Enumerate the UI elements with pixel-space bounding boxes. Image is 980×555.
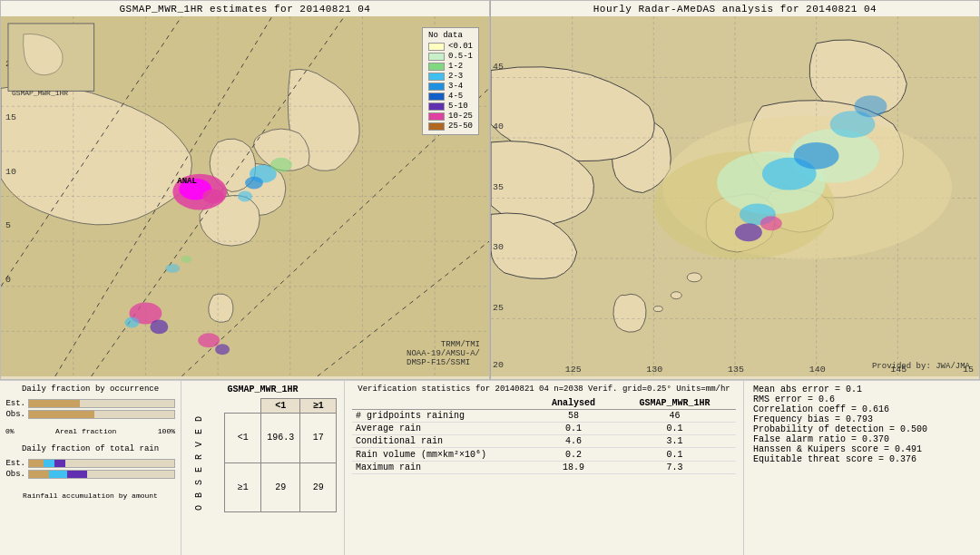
metric-line-4: Probability of detection = 0.500: [753, 424, 971, 434]
svg-point-63: [735, 223, 762, 241]
obs-bar-fill-1: [29, 411, 94, 418]
matrix-header-lt1: <1: [261, 399, 300, 414]
matrix-section: GSMAP_MWR_1HR <1 ≥1 O B S E R V E D: [181, 381, 345, 555]
metrics-section: Mean abs error = 0.1RMS error = 0.6Corre…: [744, 381, 980, 555]
stats-row-label: Maximum rain: [352, 462, 534, 474]
est-bar-fill-2: [29, 460, 65, 467]
axis-100-label: 100%: [158, 427, 175, 435]
accumulation-title: Rainfall accumulation by amount: [5, 492, 175, 500]
stats-row-val-a: 0.2: [534, 448, 613, 462]
col-analysed-header: Analysed: [534, 397, 613, 410]
fraction-total-chart: Est. Obs.: [5, 459, 175, 479]
svg-text:20: 20: [493, 360, 504, 370]
jwa-label: Provided by: JWA/JMA: [872, 362, 970, 371]
legend-item-2-3: 2-3: [428, 72, 473, 81]
svg-text:135: 135: [728, 365, 744, 375]
legend-no-data-label: No data: [428, 31, 473, 40]
svg-point-42: [687, 273, 701, 282]
metric-line-1: RMS error = 0.6: [753, 394, 971, 404]
noaa-line1: NOAA-19/AMSU-A/: [407, 349, 480, 358]
left-map-svg: 20 15 10 5 0 ANAL GSMAP_MWR_1HR: [1, 16, 489, 376]
matrix-row-lt1-label: <1: [225, 414, 261, 463]
verification-table: Analysed GSMAP_MWR_1HR # gridpoints rain…: [352, 397, 736, 474]
legend-item-3-4: 3-4: [428, 82, 473, 91]
matrix-cell-lt1-lt1: 196.3: [261, 414, 300, 463]
legend-label-5-10: 5-10: [448, 102, 468, 111]
est-bar-row-1: Est.: [5, 399, 175, 408]
svg-point-44: [653, 307, 662, 312]
obs-bar-fill-2: [29, 471, 87, 478]
svg-text:40: 40: [493, 122, 504, 131]
svg-point-31: [165, 264, 180, 273]
svg-text:125: 125: [565, 365, 582, 375]
right-map-svg: 45 40 35 30 25 20 125 130 135 140 145 15: [491, 16, 979, 376]
svg-point-28: [124, 316, 139, 327]
legend-label-05-1: 0.5-1: [448, 52, 473, 61]
stats-header: Verification statistics for 20140821 04 …: [352, 385, 736, 394]
obs-label-vertical: O B S E R V E D: [194, 415, 204, 511]
obs-bar-track-2: [28, 470, 175, 479]
svg-point-66: [855, 95, 887, 117]
metric-line-2: Correlation coeff = 0.616: [753, 404, 971, 414]
stats-row-val-b: 0.1: [613, 423, 736, 435]
right-map-title: Hourly Radar-AMeDAS analysis for 2014082…: [491, 1, 979, 16]
svg-text:0: 0: [5, 275, 11, 285]
svg-text:15: 15: [5, 112, 16, 122]
maps-row: GSMAP_MWR_1HR estimates for 20140821 04: [0, 0, 980, 381]
metrics-container: Mean abs error = 0.1RMS error = 0.6Corre…: [753, 385, 971, 464]
legend-item-10-25: 10-25: [428, 112, 473, 121]
fraction-total-title: Daily fraction of total rain: [5, 444, 175, 453]
matrix-empty-cell: [189, 399, 225, 414]
matrix-row-lt1: O B S E R V E D <1 196.3 17: [189, 414, 337, 463]
charts-section: Daily fraction by occurrence Est. Obs. 0…: [0, 381, 181, 555]
metric-line-7: Equitable threat score = 0.376: [753, 454, 971, 464]
metric-line-5: False alarm ratio = 0.370: [753, 434, 971, 444]
fraction-occurrence-title: Daily fraction by occurrence: [5, 385, 175, 394]
svg-text:140: 140: [809, 365, 826, 375]
trmm-label: TRMM/TMI: [441, 340, 480, 349]
stats-row-label: # gridpoints raining: [352, 410, 534, 423]
right-map-svg-container: 45 40 35 30 25 20 125 130 135 140 145 15…: [491, 16, 979, 376]
svg-point-23: [245, 177, 263, 190]
svg-text:130: 130: [646, 365, 662, 375]
matrix-cell-ge1-lt1: 29: [261, 462, 300, 512]
svg-text:ANAL: ANAL: [177, 177, 197, 186]
stats-row-val-a: 58: [534, 410, 613, 423]
stats-row-val-b: 46: [613, 410, 736, 423]
stats-row-label: Conditional rain: [352, 435, 534, 448]
metric-line-6: Hanssen & Kuipers score = 0.491: [753, 444, 971, 454]
svg-text:30: 30: [493, 242, 504, 252]
obs-vertical-label: O B S E R V E D: [189, 414, 225, 512]
noaa-label: NOAA-19/AMSU-A/ DMSP-F15/SSMI: [407, 349, 480, 367]
confusion-matrix: <1 ≥1 O B S E R V E D <1 196.3 17 ≥1: [189, 398, 338, 512]
stats-row: Maximum rain 18.9 7.3: [352, 462, 736, 474]
main-container: GSMAP_MWR_1HR estimates for 20140821 04: [0, 0, 980, 555]
est-bar-track-1: [28, 399, 175, 408]
noaa-line2: DMSP-F15/SSMI: [407, 358, 470, 367]
obs-bar-row-1: Obs.: [5, 410, 175, 419]
stats-row-val-a: 18.9: [534, 462, 613, 474]
svg-point-25: [270, 158, 292, 172]
axis-0-label: 0%: [5, 427, 15, 435]
obs-label-1: Obs.: [5, 410, 25, 419]
matrix-header-ge1: ≥1: [300, 399, 337, 414]
col-label-header: [352, 397, 534, 410]
svg-point-27: [150, 319, 168, 334]
left-map-panel: GSMAP_MWR_1HR estimates for 20140821 04: [0, 0, 490, 380]
matrix-empty-cell2: [225, 399, 261, 414]
stats-row-val-a: 4.6: [534, 435, 613, 448]
fraction-occurrence-chart: Est. Obs.: [5, 399, 175, 419]
metric-line-3: Frequency bias = 0.793: [753, 414, 971, 424]
stats-row: Conditional rain 4.6 3.1: [352, 435, 736, 448]
stats-row-label: Average rain: [352, 423, 534, 435]
svg-text:5: 5: [5, 220, 11, 230]
stats-row: Average rain 0.1 0.1: [352, 423, 736, 435]
svg-point-43: [671, 292, 681, 299]
svg-point-32: [181, 256, 191, 263]
stats-row: # gridpoints raining 58 46: [352, 410, 736, 423]
axis-fraction-label: Areal fraction: [55, 427, 116, 435]
legend-panel: No data <0.01 0.5-1 1-2 2-3 3-4 4-5 5-10…: [422, 27, 479, 135]
stats-row-label: Rain volume (mm×km²×10⁶): [352, 448, 534, 462]
svg-text:GSMAP_MWR_1HR: GSMAP_MWR_1HR: [12, 89, 68, 97]
matrix-cell-lt1-ge1: 17: [300, 414, 337, 463]
